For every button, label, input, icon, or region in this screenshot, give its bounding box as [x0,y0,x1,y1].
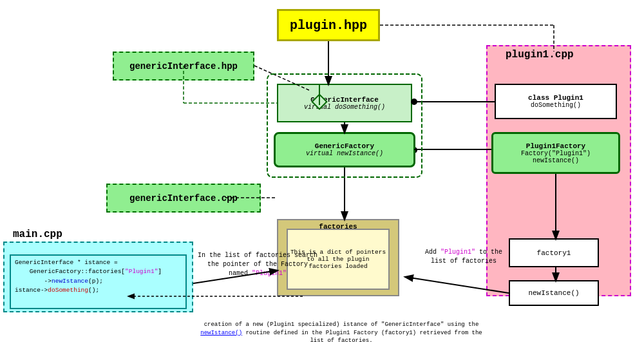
main-code-line4: istance->doSomething(); [15,286,182,295]
connector-dot-1 [411,99,417,105]
main-cpp-label: main.cpp [13,229,62,240]
main-code-line3: ->newIstance(p); [15,277,182,286]
generic-interface-hpp-box: genericInterface.hpp [113,52,254,81]
plugin1-factory-box: Plugin1Factory Factory("Plugin1") newIst… [491,132,620,174]
generic-factory-subtitle: virtual newIstance() [306,150,383,157]
plugin1-class-title: class Plugin1 [528,94,583,102]
plugin1-cpp-label: plugin1.cpp [506,49,574,61]
plugin-hpp-label: plugin.hpp [290,18,367,33]
plugin1-factory-line1: Factory("Plugin1") [521,150,591,157]
plugin1-factory-line2: newIstance() [521,157,591,164]
generic-factory-title: GenericFactory [306,142,383,150]
plugin1-class-subtitle: doSomething() [528,102,583,109]
generic-interface-class-box: GenericInterface virtual doSomething() [277,84,412,122]
generic-interface-cpp-label: genericInterface.cpp [129,193,238,204]
factory1-label: factory1 [537,249,571,257]
annotation-search-factory: In the list of factories search the poin… [196,251,319,278]
generic-interface-cpp-box: genericInterface.cpp [106,184,261,213]
main-cpp-code-box: GenericInterface * istance = GenericFact… [10,254,187,309]
diagram: plugin.hpp genericInterface.hpp plugin1.… [0,0,644,342]
newistance-label: newIstance() [528,289,579,297]
plugin-hpp-box: plugin.hpp [277,9,380,41]
annotation-add-plugin1: Add "Plugin1" to the list of factories [419,248,509,266]
plugin1-class-box: class Plugin1 doSomething() [495,84,617,119]
main-code-line2: GenericFactory::factories["Plugin1"] [15,267,182,276]
generic-factory-box: GenericFactory virtual newIstance() [274,132,415,167]
generic-interface-hpp-label: genericInterface.hpp [129,61,238,71]
plugin1-factory-title: Plugin1Factory [521,142,591,150]
annotation-creation-note: creation of a new (Plugin1 specialized) … [196,321,486,342]
main-code-line1: GenericInterface * istance = [15,258,182,267]
newistance-box: newIstance() [509,280,599,306]
factory1-box: factory1 [509,238,599,267]
